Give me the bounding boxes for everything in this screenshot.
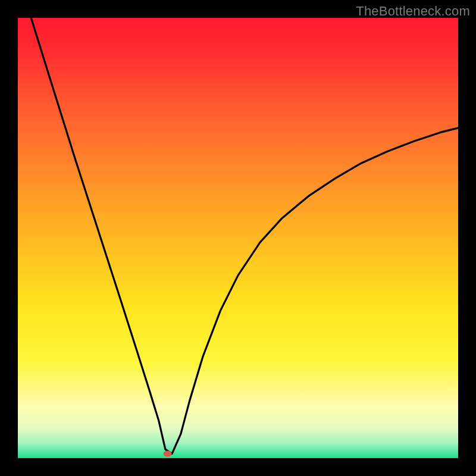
gradient-background: [18, 18, 458, 458]
plot-area: [18, 18, 458, 458]
chart-svg: [18, 18, 458, 458]
minimum-marker: [164, 451, 172, 457]
chart-frame: TheBottleneck.com: [0, 0, 476, 476]
watermark-text: TheBottleneck.com: [356, 4, 470, 19]
